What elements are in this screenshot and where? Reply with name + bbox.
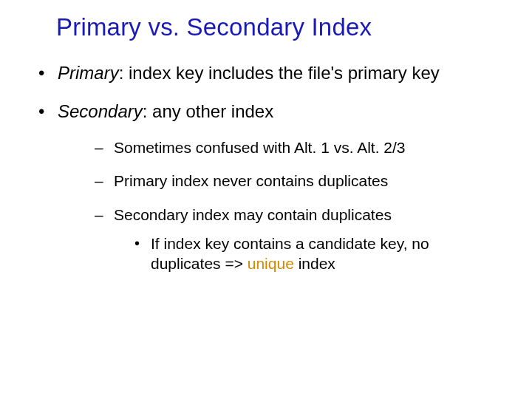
slide: Primary vs. Secondary Index Primary: ind… bbox=[0, 0, 532, 399]
sep: : bbox=[119, 63, 129, 83]
sep: : bbox=[143, 101, 152, 121]
bullet-secondary: Secondary: any other index Sometimes con… bbox=[35, 100, 502, 273]
def-primary: index key includes the file's primary ke… bbox=[129, 63, 440, 83]
def-secondary: any other index bbox=[152, 101, 273, 121]
term-primary: Primary bbox=[58, 63, 119, 83]
bullet-primary: Primary: index key includes the file's p… bbox=[35, 62, 502, 84]
subsub-item-unique: If index key contains a candidate key, n… bbox=[134, 233, 502, 274]
sub-item-secondary-dup: Secondary index may contain duplicates I… bbox=[95, 205, 502, 274]
sub-list: Sometimes confused with Alt. 1 vs. Alt. … bbox=[95, 137, 502, 273]
term-secondary: Secondary bbox=[58, 101, 143, 121]
sub-item-secondary-dup-text: Secondary index may contain duplicates bbox=[114, 206, 392, 223]
subsub-list: If index key contains a candidate key, n… bbox=[134, 233, 502, 274]
accent-unique: unique bbox=[248, 255, 294, 272]
subsub-post: index bbox=[294, 255, 335, 272]
slide-title: Primary vs. Secondary Index bbox=[56, 13, 502, 41]
sub-item-primary-nodup: Primary index never contains duplicates bbox=[95, 171, 502, 191]
sub-item-confused: Sometimes confused with Alt. 1 vs. Alt. … bbox=[95, 137, 502, 157]
bullet-list: Primary: index key includes the file's p… bbox=[35, 62, 502, 273]
